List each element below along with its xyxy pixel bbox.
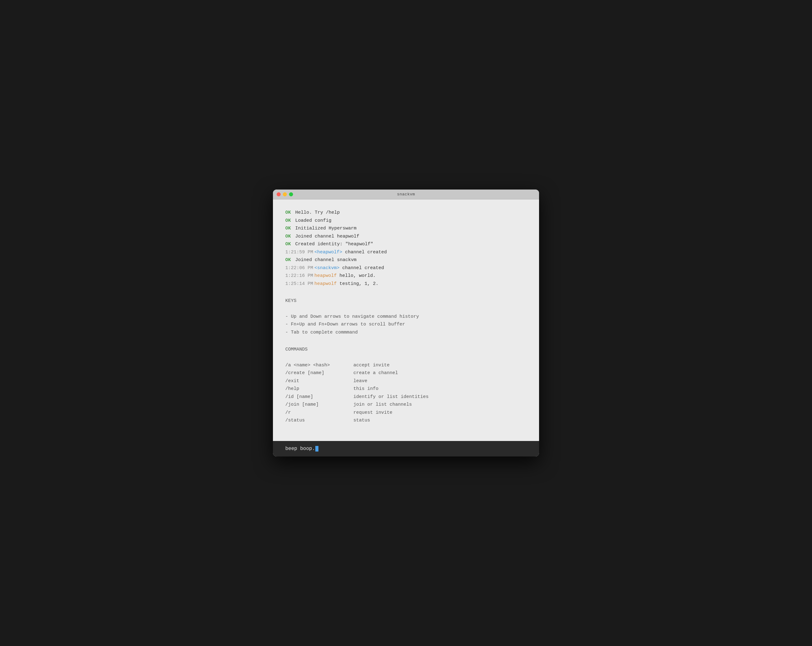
titlebar: snackvm: [273, 190, 539, 199]
spacer-4: [285, 354, 527, 361]
cmd-row-2: /create [name] create a channel: [285, 369, 527, 377]
cmd-desc-6: join or list channels: [353, 401, 412, 409]
line-5: OK Created identity: "heapwolf": [285, 240, 527, 248]
line-4: OK Joined channel heapwolf: [285, 233, 527, 240]
window-title: snackvm: [397, 192, 415, 197]
line-8-text: channel created: [339, 264, 384, 272]
cmd-name-4: /help: [285, 385, 353, 393]
line-7-text: Joined channel snackvm: [295, 256, 357, 264]
ok-badge-7: OK: [285, 256, 293, 264]
cmd-desc-5: identify or list identities: [353, 393, 429, 401]
key-item-1: - Up and Down arrows to navigate command…: [285, 313, 419, 321]
line-2-text: Loaded config: [295, 217, 331, 225]
cmd-desc-3: leave: [353, 377, 367, 385]
line-7: OK Joined channel snackvm: [285, 256, 527, 264]
cmd-row-6: /join [name] join or list channels: [285, 401, 527, 409]
key-line-3: - Tab to complete commmand: [285, 329, 527, 337]
cmd-row-8: /status status: [285, 416, 527, 425]
spacer-5: [285, 425, 527, 433]
cmd-name-5: /id [name]: [285, 393, 353, 401]
line-1-text: Hello. Try /help: [295, 209, 340, 217]
line-8: 1:22:06 PM <snackvm> channel created: [285, 264, 527, 272]
minimize-button[interactable]: [283, 192, 287, 196]
key-item-3: - Tab to complete commmand: [285, 329, 358, 337]
commands-header: COMMANDS: [285, 346, 308, 354]
timestamp-10: 1:25:14 PM: [285, 280, 313, 288]
cmd-name-6: /join [name]: [285, 401, 353, 409]
line-6: 1:21:59 PM <heapwolf> channel created: [285, 248, 527, 256]
cmd-name-1: /a <name> <hash>: [285, 361, 353, 369]
input-text: beep boop.: [285, 446, 315, 452]
maximize-button[interactable]: [289, 192, 293, 196]
cmd-desc-7: request invite: [353, 409, 392, 417]
commands-header-line: COMMANDS: [285, 344, 527, 354]
cmd-row-4: /help this info: [285, 385, 527, 393]
output-area: OK Hello. Try /help OK Loaded config OK …: [285, 209, 527, 438]
user-heapwolf-1: heapwolf: [314, 272, 337, 280]
cmd-name-8: /status: [285, 416, 353, 425]
terminal-body: OK Hello. Try /help OK Loaded config OK …: [273, 199, 539, 441]
key-line-2: - Fn+Up and Fn+Down arrows to scroll buf…: [285, 320, 527, 329]
timestamp-9: 1:22:16 PM: [285, 272, 313, 280]
ok-badge-3: OK: [285, 225, 293, 233]
cmd-row-5: /id [name] identify or list identities: [285, 393, 527, 401]
window-controls: [277, 192, 293, 196]
line-9-text: hello, world.: [337, 272, 375, 280]
ok-badge-4: OK: [285, 233, 293, 240]
ok-badge-2: OK: [285, 217, 293, 225]
channel-snackvm: <snackvm>: [314, 264, 339, 272]
close-button[interactable]: [277, 192, 281, 196]
cmd-name-2: /create [name]: [285, 369, 353, 377]
cmd-desc-2: create a channel: [353, 369, 398, 377]
terminal-window: snackvm OK Hello. Try /help OK Loaded co…: [273, 190, 539, 456]
key-item-2: - Fn+Up and Fn+Down arrows to scroll buf…: [285, 320, 405, 329]
keys-header-line: KEYS: [285, 296, 527, 305]
cmd-desc-8: status: [353, 416, 370, 425]
cmd-row-3: /exit leave: [285, 377, 527, 385]
line-10: 1:25:14 PM heapwolf testing, 1, 2.: [285, 280, 527, 288]
keys-header: KEYS: [285, 297, 296, 305]
cursor-blink: [315, 446, 318, 452]
cmd-name-7: /r: [285, 409, 353, 417]
cmd-name-3: /exit: [285, 377, 353, 385]
cmd-desc-4: this info: [353, 385, 379, 393]
line-3-text: Initialized Hyperswarm: [295, 225, 357, 233]
line-3: OK Initialized Hyperswarm: [285, 225, 527, 233]
spacer-1: [285, 288, 527, 296]
line-1: OK Hello. Try /help: [285, 209, 527, 217]
ok-badge-1: OK: [285, 209, 293, 217]
cmd-row-7: /r request invite: [285, 409, 527, 417]
line-9: 1:22:16 PM heapwolf hello, world.: [285, 272, 527, 280]
line-4-text: Joined channel heapwolf: [295, 233, 359, 240]
line-6-text: channel created: [342, 248, 387, 256]
key-line-1: - Up and Down arrows to navigate command…: [285, 313, 527, 321]
line-2: OK Loaded config: [285, 217, 527, 225]
user-heapwolf-2: heapwolf: [314, 280, 337, 288]
line-5-text: Created identity: "heapwolf": [295, 240, 373, 248]
spacer-3: [285, 336, 527, 344]
cmd-row-1: /a <name> <hash> accept invite: [285, 361, 527, 369]
channel-heapwolf: <heapwolf>: [314, 248, 342, 256]
cmd-desc-1: accept invite: [353, 361, 389, 369]
input-bar[interactable]: beep boop.: [273, 441, 539, 456]
timestamp-6: 1:21:59 PM: [285, 248, 313, 256]
line-10-text: testing, 1, 2.: [337, 280, 379, 288]
ok-badge-5: OK: [285, 240, 293, 248]
timestamp-8: 1:22:06 PM: [285, 264, 313, 272]
spacer-2: [285, 305, 527, 313]
